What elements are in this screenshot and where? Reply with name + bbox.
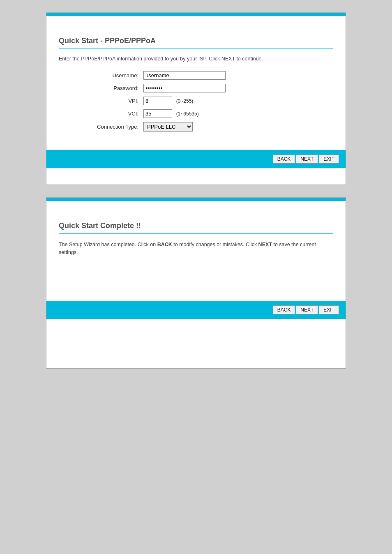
username-row: Username: [59,69,333,82]
panel2-title-bar: Quick Start Complete !! [59,222,333,234]
panel2-back-button[interactable]: BACK [273,305,295,314]
username-label: Username: [59,69,141,82]
connection-type-select[interactable]: PPPoE LLC PPPoE VC-Mux PPPoA LLC PPPoA V… [143,122,193,132]
connection-type-cell: PPPoE LLC PPPoE VC-Mux PPPoA LLC PPPoA V… [141,120,333,134]
panel2-bottom-spacer [46,319,346,368]
panel2-top-bar [46,198,346,201]
password-input[interactable] [143,84,226,92]
panel1-description: Enter the PPPoE/PPPoA information provid… [59,56,333,62]
vci-row: VCI: (1~65535) [59,107,333,120]
vci-cell: (1~65535) [141,107,333,120]
password-row: Password: [59,82,333,95]
panel1-next-button[interactable]: NEXT [296,155,318,164]
panel1-inner: Quick Start - PPPoE/PPPoA Enter the PPPo… [46,16,346,150]
panel2-spacer [59,264,333,297]
vpi-hint: (0~255) [176,98,194,104]
panel2-inner: Quick Start Complete !! The Setup Wizard… [46,201,346,301]
panel1-back-button[interactable]: BACK [273,155,295,164]
desc-text1: The Setup Wizard has completed. Click on [59,242,157,247]
panel2-exit-button[interactable]: EXIT [319,305,339,314]
panel2-description: The Setup Wizard has completed. Click on… [59,241,333,256]
username-input[interactable] [143,71,226,80]
panel1-exit-button[interactable]: EXIT [319,155,339,164]
panel1-title-bar: Quick Start - PPPoE/PPPoA [59,37,333,49]
panel2-footer: BACK NEXT EXIT [46,301,346,319]
panel2-next-button[interactable]: NEXT [296,305,318,314]
vci-input[interactable] [143,109,172,118]
vci-hint: (1~65535) [176,111,199,117]
desc-next-bold: NEXT [258,242,272,247]
vci-label: VCI: [59,107,141,120]
panel1-top-bar [46,13,346,16]
vpi-row: VPI: (0~255) [59,95,333,107]
complete-panel: Quick Start Complete !! The Setup Wizard… [46,197,346,369]
vpi-cell: (0~255) [141,95,333,107]
panel1-footer: BACK NEXT EXIT [46,150,346,168]
panel1-bottom-spacer [46,168,346,185]
panel1-title: Quick Start - PPPoE/PPPoA [59,37,156,45]
vpi-label: VPI: [59,95,141,107]
desc-text2: to modify changes or mistakes. Click [172,242,258,247]
connection-type-label: Connection Type: [59,120,141,134]
connection-type-row: Connection Type: PPPoE LLC PPPoE VC-Mux … [59,120,333,134]
pppoe-panel: Quick Start - PPPoE/PPPoA Enter the PPPo… [46,12,346,185]
password-cell [141,82,333,95]
username-cell [141,69,333,82]
panel1-form-table: Username: Password: VPI: (0~255) [59,69,333,134]
vpi-input[interactable] [143,97,172,105]
panel2-title: Quick Start Complete !! [59,222,141,230]
password-label: Password: [59,82,141,95]
desc-back-bold: BACK [157,242,172,247]
